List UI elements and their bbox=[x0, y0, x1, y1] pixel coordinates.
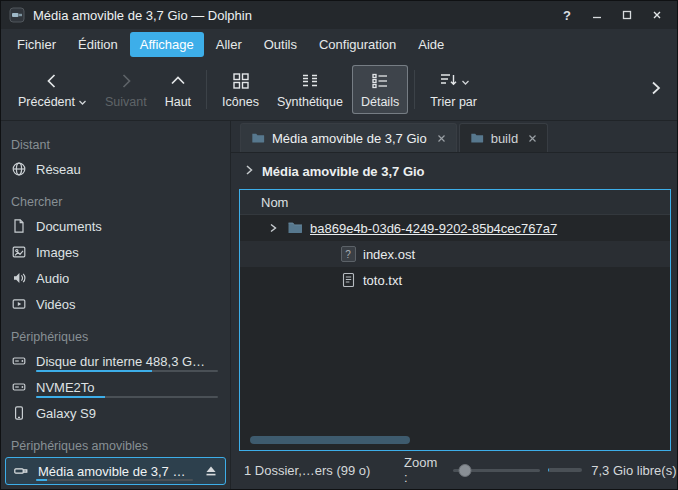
app-icon bbox=[9, 7, 25, 23]
free-space-bar bbox=[548, 468, 582, 472]
menu-aller[interactable]: Aller bbox=[206, 32, 252, 57]
place-label: Documents bbox=[36, 219, 102, 234]
place-videos[interactable]: Vidéos bbox=[1, 291, 230, 317]
folder-icon bbox=[470, 131, 484, 145]
folder-icon bbox=[287, 220, 303, 236]
hard-drive-icon bbox=[11, 353, 27, 369]
place-label: Disque dur interne 488,3 G… bbox=[36, 354, 205, 369]
close-button[interactable] bbox=[645, 5, 669, 25]
forward-button[interactable]: Suivant bbox=[96, 65, 156, 114]
menu-aide[interactable]: Aide bbox=[408, 32, 454, 57]
disk-usage-bar bbox=[36, 370, 218, 372]
location-bar: Média amovible de 3,7 Gio bbox=[231, 153, 677, 189]
view-compact-button[interactable]: Synthétique bbox=[268, 65, 352, 114]
back-button[interactable]: Précédent bbox=[9, 65, 96, 114]
tab-media-amovible[interactable]: Média amovible de 3,7 Gio bbox=[240, 123, 457, 152]
disk-usage-bar bbox=[36, 479, 193, 481]
zoom-label: Zoom : bbox=[404, 455, 442, 485]
disk-usage-bar bbox=[36, 396, 218, 398]
column-header-nom[interactable]: Nom bbox=[261, 195, 288, 210]
view-details-button[interactable]: Détails bbox=[352, 65, 408, 114]
dropdown-caret-icon bbox=[461, 74, 470, 89]
zoom-control: Zoom : bbox=[404, 455, 540, 485]
file-name[interactable]: ba869e4b-03d6-4249-9202-85b4cec767a7 bbox=[310, 221, 557, 236]
place-label: Vidéos bbox=[36, 297, 76, 312]
file-row-folder[interactable]: ba869e4b-03d6-4249-9202-85b4cec767a7 bbox=[240, 215, 670, 241]
place-label: Galaxy S9 bbox=[36, 406, 96, 421]
menu-configuration[interactable]: Configuration bbox=[309, 32, 406, 57]
chevron-up-icon bbox=[168, 70, 188, 92]
tab-label: build bbox=[491, 131, 518, 146]
view-details-icon bbox=[370, 70, 390, 92]
view-details-label: Détails bbox=[361, 95, 399, 109]
section-header-chercher: Chercher bbox=[1, 182, 230, 213]
file-name[interactable]: toto.txt bbox=[363, 273, 402, 288]
toolbar: Précédent Suivant Haut Icônes Synthétiqu… bbox=[1, 59, 677, 121]
up-button-label: Haut bbox=[165, 95, 191, 109]
items-summary: 1 Dossier,…ers (99 o) bbox=[244, 463, 396, 478]
place-documents[interactable]: Documents bbox=[1, 213, 230, 239]
device-media-amovible[interactable]: Média amovible de 3,7 … bbox=[5, 457, 226, 485]
column-header-row: Nom bbox=[240, 190, 670, 215]
close-tab-icon[interactable] bbox=[528, 134, 537, 143]
hard-drive-icon bbox=[11, 379, 27, 395]
audio-icon bbox=[11, 270, 27, 286]
breadcrumb-current[interactable]: Média amovible de 3,7 Gio bbox=[262, 164, 425, 179]
help-button[interactable]: ? bbox=[555, 5, 579, 25]
sort-by-button[interactable]: Trier par bbox=[421, 65, 486, 114]
view-icons-label: Icônes bbox=[222, 95, 259, 109]
sort-by-label: Trier par bbox=[430, 95, 477, 109]
up-button[interactable]: Haut bbox=[156, 65, 200, 114]
file-row-index-ost[interactable]: ? index.ost bbox=[240, 241, 670, 267]
usb-drive-icon bbox=[13, 463, 29, 479]
window-controls: ? bbox=[555, 5, 669, 25]
tab-bar: Média amovible de 3,7 Gio build bbox=[231, 121, 677, 153]
eject-icon[interactable] bbox=[204, 464, 218, 478]
network-icon bbox=[11, 161, 27, 177]
file-name[interactable]: index.ost bbox=[363, 247, 415, 262]
close-tab-icon[interactable] bbox=[437, 134, 446, 143]
section-header-peripheriques: Périphériques bbox=[1, 317, 230, 348]
file-row-toto-txt[interactable]: toto.txt bbox=[240, 267, 670, 293]
expand-arrow-icon[interactable] bbox=[266, 222, 280, 234]
tab-build[interactable]: build bbox=[459, 123, 548, 152]
minimize-button[interactable] bbox=[585, 5, 609, 25]
sort-icon bbox=[438, 70, 458, 93]
dropdown-caret-icon bbox=[78, 95, 87, 109]
device-disque-dur-interne[interactable]: Disque dur interne 488,3 G… bbox=[1, 348, 230, 374]
main-area: Média amovible de 3,7 Gio build Média am… bbox=[231, 121, 677, 489]
menu-affichage[interactable]: Affichage bbox=[130, 32, 204, 57]
place-label: Média amovible de 3,7 … bbox=[38, 464, 185, 479]
chevron-right-icon bbox=[116, 70, 136, 92]
statusbar: 1 Dossier,…ers (99 o) Zoom : 7,3 Gio lib… bbox=[231, 451, 677, 489]
zoom-slider-knob[interactable] bbox=[458, 464, 471, 477]
toolbar-separator bbox=[206, 70, 207, 109]
view-icons-button[interactable]: Icônes bbox=[213, 65, 268, 114]
free-space-label: 7,3 Gio libre(s) bbox=[591, 463, 676, 478]
window-body: Distant Réseau Chercher Documents Images… bbox=[1, 121, 677, 489]
maximize-button[interactable] bbox=[615, 5, 639, 25]
chevron-right-icon bbox=[244, 164, 254, 179]
menubar: Fichier Édition Affichage Aller Outils C… bbox=[1, 29, 677, 59]
menu-edition[interactable]: Édition bbox=[68, 32, 128, 57]
zoom-slider[interactable] bbox=[453, 463, 540, 478]
folder-icon bbox=[251, 131, 265, 145]
place-label: NVME2To bbox=[36, 380, 95, 395]
horizontal-scrollbar[interactable] bbox=[250, 436, 410, 444]
device-nvme2to[interactable]: NVME2To bbox=[1, 374, 230, 400]
section-header-distant: Distant bbox=[1, 125, 230, 156]
view-compact-icon bbox=[300, 70, 320, 92]
place-audio[interactable]: Audio bbox=[1, 265, 230, 291]
places-panel: Distant Réseau Chercher Documents Images… bbox=[1, 121, 231, 489]
place-reseau[interactable]: Réseau bbox=[1, 156, 230, 182]
document-icon bbox=[11, 218, 27, 234]
menu-outils[interactable]: Outils bbox=[254, 32, 307, 57]
menu-fichier[interactable]: Fichier bbox=[7, 32, 66, 57]
toolbar-overflow-button[interactable] bbox=[643, 75, 669, 104]
place-images[interactable]: Images bbox=[1, 239, 230, 265]
place-label: Audio bbox=[36, 271, 69, 286]
place-label: Réseau bbox=[36, 162, 81, 177]
image-icon bbox=[11, 244, 27, 260]
tab-label: Média amovible de 3,7 Gio bbox=[272, 131, 427, 146]
device-galaxy-s9[interactable]: Galaxy S9 bbox=[1, 400, 230, 426]
